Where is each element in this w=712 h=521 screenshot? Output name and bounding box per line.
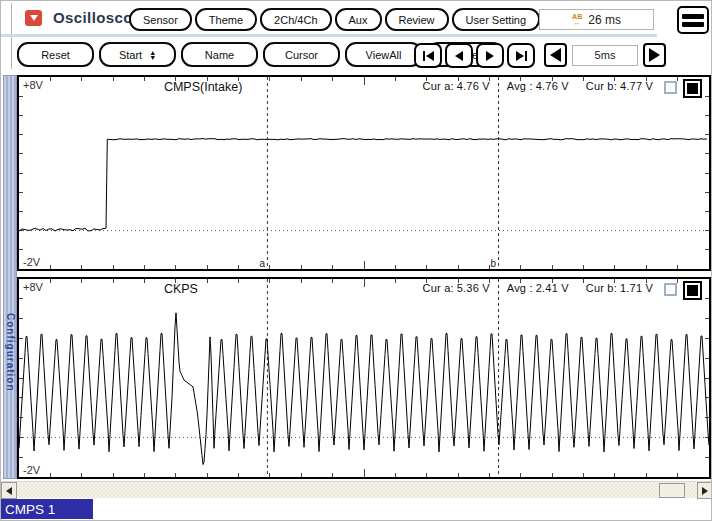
y-min-label: -2V <box>23 256 40 268</box>
spinner-arrows-icon: ▲▼ <box>149 50 156 60</box>
playback-controls <box>414 43 535 68</box>
cursor-a-value: 5.36 V <box>457 282 490 294</box>
channel-title: CKPS <box>164 282 198 296</box>
cursor-button[interactable]: Cursor <box>263 42 340 67</box>
triangle-right-icon <box>702 487 708 495</box>
aux-button[interactable]: Aux <box>335 8 382 31</box>
cursor-b-value: 4.77 V <box>620 80 653 92</box>
viewall-button[interactable]: ViewAll <box>345 42 422 67</box>
sidebar-label: Configuration <box>5 313 16 392</box>
channel-checkbox[interactable] <box>664 81 677 94</box>
y-max-label: +8V <box>23 281 43 293</box>
app-dropdown-icon[interactable] <box>25 10 42 26</box>
channel-color-indicator[interactable] <box>683 281 702 300</box>
skip-to-end-button[interactable] <box>507 43 535 68</box>
cursor-time-value: 26 ms <box>588 13 621 27</box>
configuration-sidebar-tab[interactable]: Configuration <box>3 75 17 479</box>
split-view-menu-icon[interactable] <box>677 6 709 34</box>
scroll-left-button[interactable] <box>1 482 17 499</box>
scroll-right-button[interactable] <box>697 482 712 499</box>
triangle-left-icon <box>6 487 12 495</box>
user-setting-button[interactable]: User Setting <box>452 8 541 31</box>
triangle-right-icon <box>486 51 494 61</box>
triangle-right-icon <box>649 48 660 62</box>
cursor-b-value: 1.71 V <box>620 282 653 294</box>
cmps-waveform-plot[interactable] <box>19 77 709 269</box>
menu-bar-icon <box>682 14 704 19</box>
triangle-left-icon <box>455 51 463 61</box>
cursor-a-value: 4.76 V <box>457 80 490 92</box>
channel-color-indicator[interactable] <box>683 79 702 98</box>
channel-panel-ckps: +8V -2V CKPS Cur a: 5.36 V Avg : 2.41 V … <box>17 277 711 479</box>
theme-button[interactable]: Theme <box>195 8 257 31</box>
top-button-row: Sensor Theme 2Ch/4Ch Aux Review User Set… <box>129 8 540 31</box>
timebase-selector: 5ms <box>544 43 666 67</box>
timebase-value: 5ms <box>572 45 638 66</box>
name-button[interactable]: Name <box>181 42 258 67</box>
cursor-time-readout: AB ↔ 26 ms <box>539 9 654 30</box>
reset-button[interactable]: Reset <box>17 42 94 67</box>
skip-to-start-button[interactable] <box>414 43 442 68</box>
measurement-readouts: Cur a: 5.36 V Avg : 2.41 V Cur b: 1.71 V <box>423 282 653 294</box>
start-button[interactable]: Start ▲▼ <box>99 42 176 67</box>
timebase-decrease-button[interactable] <box>544 43 567 67</box>
y-min-label: -2V <box>23 464 40 476</box>
cursor-a-label: a <box>259 258 265 269</box>
sensor-button[interactable]: Sensor <box>129 8 192 31</box>
channel-title: CMPS(Intake) <box>164 80 243 94</box>
step-back-button[interactable] <box>445 43 473 68</box>
review-button[interactable]: Review <box>385 8 449 31</box>
triangle-right-icon <box>516 51 524 61</box>
triangle-left-icon <box>550 48 561 62</box>
scrollbar-thumb[interactable] <box>659 483 685 498</box>
timebase-increase-button[interactable] <box>643 43 666 67</box>
triangle-down-icon <box>30 15 38 21</box>
horizontal-scrollbar[interactable] <box>1 481 712 498</box>
avg-value: 4.76 V <box>536 80 569 92</box>
measurement-readouts: Cur a: 4.76 V Avg : 4.76 V Cur b: 4.77 V <box>423 80 653 92</box>
channel-panel-cmps: +8V -2V CMPS(Intake) Cur a: 4.76 V Avg :… <box>17 75 711 271</box>
toolbar-accent-strip <box>1 34 657 37</box>
triangle-left-icon <box>426 51 434 61</box>
channel-mode-button[interactable]: 2Ch/4Ch <box>260 8 331 31</box>
channel-tab-cmps1[interactable]: CMPS 1 <box>1 499 93 519</box>
oscilloscope-window: Oscilloscope Sensor Theme 2Ch/4Ch Aux Re… <box>0 0 712 521</box>
channel-checkbox[interactable] <box>664 283 677 296</box>
a-b-cursor-icon: AB ↔ <box>572 14 582 26</box>
step-forward-button[interactable] <box>476 43 504 68</box>
avg-value: 2.41 V <box>536 282 569 294</box>
ckps-waveform-plot[interactable] <box>19 279 709 477</box>
cursor-b-label: b <box>491 258 497 269</box>
y-max-label: +8V <box>23 79 43 91</box>
menu-bar-icon <box>682 22 704 27</box>
